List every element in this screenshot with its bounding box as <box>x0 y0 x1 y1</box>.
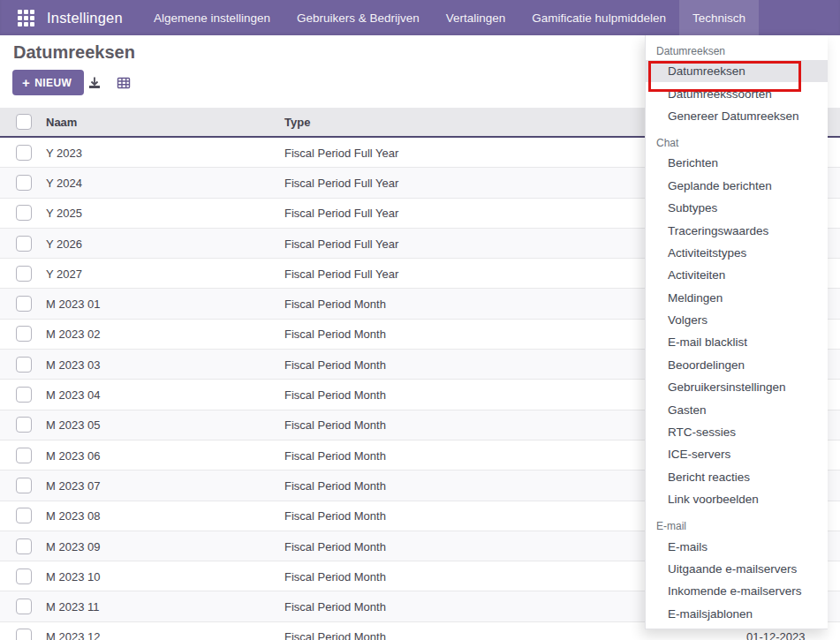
cell-type: Fiscal Period Month <box>284 297 386 311</box>
menu-item-geplande-berichten[interactable]: Geplande berichten <box>646 175 828 197</box>
technisch-dropdown-menu: DatumreeksenDatumreeksenDatumreekssoorte… <box>645 35 828 629</box>
cell-type: Fiscal Period Full Year <box>284 146 398 159</box>
spreadsheet-grid-icon <box>117 76 131 90</box>
cell-type: Fiscal Period Month <box>284 478 386 492</box>
row-checkbox[interactable] <box>16 266 32 282</box>
menu-item-volgers[interactable]: Volgers <box>646 309 828 331</box>
cell-naam: M 2023 11 <box>46 600 99 614</box>
download-button[interactable] <box>84 72 105 94</box>
cell-naam: M 2023 02 <box>46 328 100 341</box>
row-checkbox[interactable] <box>16 508 32 523</box>
cell-naam: M 2023 05 <box>46 418 100 432</box>
menu-item-e-mails[interactable]: E-mails <box>646 535 828 557</box>
row-checkbox[interactable] <box>16 387 32 403</box>
menu-item-e-mail-blacklist[interactable]: E-mail blacklist <box>646 331 828 353</box>
menu-item-uitgaande-e-mailservers[interactable]: Uitgaande e-mailservers <box>646 558 828 580</box>
row-checkbox[interactable] <box>16 448 32 463</box>
cell-naam: Y 2027 <box>46 267 82 280</box>
app-switcher[interactable]: Instellingen <box>0 0 137 35</box>
cell-type: Fiscal Period Month <box>284 630 386 640</box>
cell-naam: M 2023 12 <box>46 630 100 640</box>
menu-item-rtc-sessies[interactable]: RTC-sessies <box>646 421 828 443</box>
menu-item-meldingen[interactable]: Meldingen <box>646 287 828 309</box>
new-button[interactable]: + NIEUW <box>12 70 84 95</box>
cell-type: Fiscal Period Full Year <box>284 176 398 189</box>
menu-item-datumreeksen[interactable]: Datumreeksen <box>646 60 828 82</box>
cell-type: Fiscal Period Month <box>284 569 386 583</box>
download-icon <box>87 76 102 90</box>
menu-item-gebruikersinstellingen[interactable]: Gebruikersinstellingen <box>646 376 828 398</box>
cell-type: Fiscal Period Month <box>284 448 386 462</box>
app-name[interactable]: Instellingen <box>47 10 123 26</box>
row-checkbox[interactable] <box>16 629 32 640</box>
cell-naam: M 2023 09 <box>46 539 100 553</box>
row-checkbox[interactable] <box>16 568 32 584</box>
menu-item-activiteiten[interactable]: Activiteiten <box>646 264 828 286</box>
cell-type: Fiscal Period Full Year <box>284 237 398 250</box>
cell-naam: M 2023 03 <box>46 358 100 371</box>
cell-type: Fiscal Period Full Year <box>284 267 398 280</box>
cell-type: Fiscal Period Full Year <box>284 207 398 220</box>
column-header-naam[interactable]: Naam <box>46 116 77 129</box>
cell-naam: Y 2023 <box>46 146 82 159</box>
cell-type: Fiscal Period Month <box>284 539 386 553</box>
row-checkbox[interactable] <box>16 357 32 373</box>
cell-naam: Y 2024 <box>46 176 82 189</box>
menu-item-e-mailsjablonen[interactable]: E-mailsjablonen <box>646 603 828 625</box>
menu-item-link-voorbeelden[interactable]: Link voorbeelden <box>646 488 828 510</box>
cell-naam: M 2023 04 <box>46 388 100 402</box>
menu-item-gasten[interactable]: Gasten <box>646 398 828 420</box>
page-title: Datumreeksen <box>13 42 135 63</box>
row-checkbox[interactable] <box>16 417 32 433</box>
cell-naam: M 2023 10 <box>46 569 100 583</box>
cell-type: Fiscal Period Month <box>284 388 386 402</box>
menu-item-bericht-reacties[interactable]: Bericht reacties <box>646 466 828 488</box>
top-navbar: Instellingen Algemene instellingenGebrui… <box>0 0 840 35</box>
row-checkbox[interactable] <box>16 538 32 554</box>
row-checkbox[interactable] <box>16 296 32 312</box>
apps-grid-icon[interactable] <box>18 10 34 26</box>
menu-item-genereer-datumreeksen[interactable]: Genereer Datumreeksen <box>646 105 828 127</box>
menu-section-label-chat: Chat <box>646 132 828 152</box>
row-checkbox[interactable] <box>16 205 32 221</box>
row-checkbox[interactable] <box>16 236 32 252</box>
row-checkbox[interactable] <box>16 175 32 191</box>
cell-naam: M 2023 06 <box>46 448 100 462</box>
cell-type: Fiscal Period Month <box>284 328 386 341</box>
nav-item-technisch[interactable]: Technisch <box>679 0 759 35</box>
column-header-type[interactable]: Type <box>284 116 310 129</box>
menu-item-traceringswaardes[interactable]: Traceringswaardes <box>646 219 828 241</box>
nav-item-gebruikers-bedrijven[interactable]: Gebruikers & Bedrijven <box>284 0 433 35</box>
menu-item-berichten[interactable]: Berichten <box>646 152 828 174</box>
menu-item-ice-servers[interactable]: ICE-servers <box>646 443 828 465</box>
cell-startdatum: 01-12-2023 <box>746 630 806 640</box>
menu-section-label-datumreeksen: Datumreeksen <box>646 41 828 60</box>
row-checkbox[interactable] <box>16 326 32 342</box>
plus-icon: + <box>22 76 30 89</box>
row-checkbox[interactable] <box>16 478 32 493</box>
cell-naam: M 2023 08 <box>46 509 100 523</box>
cell-naam: Y 2025 <box>46 207 82 220</box>
nav-item-vertalingen[interactable]: Vertalingen <box>433 0 519 35</box>
row-checkbox[interactable] <box>16 145 32 161</box>
nav-item-algemene-instellingen[interactable]: Algemene instellingen <box>140 0 284 35</box>
nav-item-gamificatie-hulpmiddelen[interactable]: Gamificatie hulpmiddelen <box>518 0 679 35</box>
menu-item-beoordelingen[interactable]: Beoordelingen <box>646 354 828 376</box>
cell-naam: M 2023 07 <box>46 478 100 492</box>
cell-type: Fiscal Period Month <box>284 418 386 432</box>
new-button-label: NIEUW <box>34 77 72 89</box>
cell-naam: M 2023 01 <box>46 297 100 311</box>
select-all-checkbox[interactable] <box>16 114 32 130</box>
cell-type: Fiscal Period Month <box>284 509 386 523</box>
cell-type: Fiscal Period Month <box>284 600 386 614</box>
navbar-menu: Algemene instellingenGebruikers & Bedrij… <box>140 0 759 35</box>
menu-item-subtypes[interactable]: Subtypes <box>646 197 828 219</box>
menu-item-datumreekssoorten[interactable]: Datumreekssoorten <box>646 82 828 104</box>
menu-section-label-e-mail: E-mail <box>646 516 828 535</box>
cell-type: Fiscal Period Month <box>284 358 386 371</box>
menu-item-inkomende-e-mailservers[interactable]: Inkomende e-mailservers <box>646 580 828 602</box>
menu-item-activiteitstypes[interactable]: Activiteitstypes <box>646 242 828 264</box>
cell-naam: Y 2026 <box>46 237 82 250</box>
row-checkbox[interactable] <box>16 599 32 614</box>
insert-in-spreadsheet-button[interactable] <box>113 72 134 94</box>
